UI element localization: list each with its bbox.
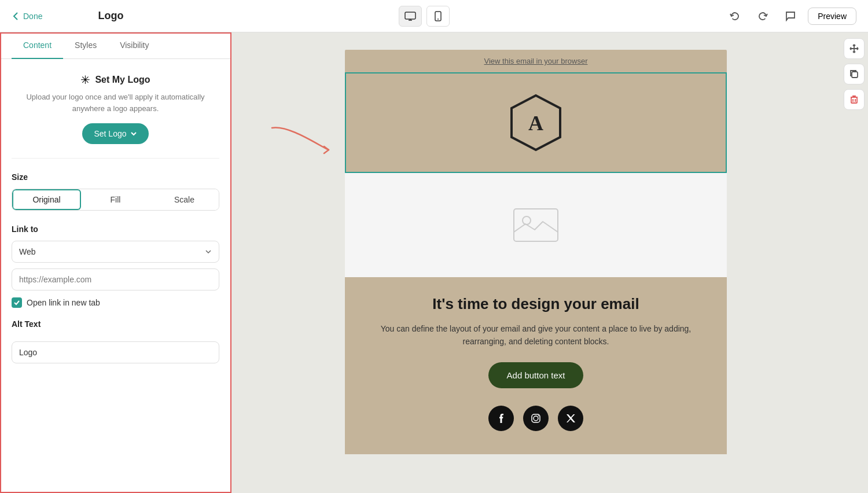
content-block: It's time to design your email You can d…: [345, 277, 727, 454]
size-fill[interactable]: Fill: [81, 189, 150, 210]
svg-text:A: A: [528, 112, 543, 135]
preview-button[interactable]: Preview: [808, 8, 856, 25]
set-logo-description: Upload your logo once and we'll apply it…: [12, 91, 219, 114]
set-logo-header: ✳ Set My Logo: [12, 73, 219, 87]
svg-point-10: [534, 416, 538, 421]
duplicate-tool-button[interactable]: [844, 64, 865, 84]
left-panel: Content Styles Visibility ✳ Set My Logo …: [0, 32, 231, 493]
back-button[interactable]: Done: [12, 12, 42, 21]
panel-content: ✳ Set My Logo Upload your logo once and …: [0, 59, 231, 493]
tab-styles[interactable]: Styles: [63, 32, 108, 59]
set-logo-button[interactable]: Set Logo: [82, 123, 148, 144]
svg-rect-7: [514, 209, 558, 241]
delete-tool-button[interactable]: [844, 89, 865, 110]
tab-content[interactable]: Content: [12, 32, 63, 59]
undo-button[interactable]: [724, 6, 745, 27]
main-layout: Content Styles Visibility ✳ Set My Logo …: [0, 32, 868, 493]
tab-visibility[interactable]: Visibility: [108, 32, 160, 59]
browser-link[interactable]: View this email in your browser: [484, 57, 588, 65]
image-placeholder-icon: [513, 208, 559, 242]
link-to-select[interactable]: Web: [12, 241, 219, 263]
alt-text-section: Alt Text: [12, 319, 219, 363]
open-new-tab-row: Open link in new tab: [12, 297, 219, 308]
topbar-right: Preview: [724, 6, 856, 27]
redo-button[interactable]: [752, 6, 773, 27]
x-twitter-icon[interactable]: [558, 406, 583, 431]
topbar-left: Done Logo: [12, 10, 123, 22]
move-tool-button[interactable]: [844, 38, 865, 59]
content-description: You can define the layout of your email …: [380, 322, 692, 348]
svg-point-8: [523, 216, 531, 225]
link-to-label: Link to: [12, 225, 219, 234]
topbar-logo: Logo: [98, 10, 123, 22]
facebook-icon[interactable]: [488, 406, 514, 431]
size-scale[interactable]: Scale: [150, 189, 219, 210]
back-label: Done: [23, 12, 42, 21]
image-placeholder-block[interactable]: [345, 173, 727, 277]
cta-button[interactable]: Add button text: [488, 362, 584, 388]
instagram-icon[interactable]: [523, 406, 549, 431]
sparkle-icon: ✳: [80, 73, 90, 87]
desktop-view-button[interactable]: [399, 6, 422, 27]
size-label: Size: [12, 172, 219, 182]
svg-rect-0: [405, 12, 415, 19]
svg-rect-13: [851, 97, 857, 103]
set-logo-title: Set My Logo: [95, 75, 150, 85]
alt-text-input[interactable]: [12, 341, 219, 363]
mobile-view-button[interactable]: [426, 6, 450, 27]
open-new-tab-checkbox[interactable]: [12, 297, 22, 308]
topbar: Done Logo Preview: [0, 0, 868, 32]
open-new-tab-label: Open link in new tab: [27, 298, 100, 307]
social-icons-row: [380, 406, 692, 431]
arrow-indicator: [266, 122, 336, 159]
svg-rect-12: [852, 72, 858, 78]
right-tools: [840, 32, 868, 493]
device-switcher: [399, 6, 450, 27]
size-section: Size Original Fill Scale: [12, 172, 219, 211]
logo-block[interactable]: A: [345, 72, 727, 173]
comments-button[interactable]: [780, 6, 801, 27]
link-to-section: Link to Web Open link in new tab: [12, 225, 219, 308]
size-original[interactable]: Original: [12, 189, 81, 210]
logo-hexagon: A: [504, 91, 568, 154]
url-input[interactable]: [12, 268, 219, 290]
set-logo-section: ✳ Set My Logo Upload your logo once and …: [12, 73, 219, 159]
panel-tabs: Content Styles Visibility: [0, 32, 231, 59]
content-title: It's time to design your email: [380, 295, 692, 314]
alt-text-label: Alt Text: [12, 319, 219, 329]
email-browser-link: View this email in your browser: [345, 50, 727, 72]
size-toggle: Original Fill Scale: [12, 189, 219, 211]
email-preview: View this email in your browser A It: [345, 50, 727, 454]
svg-point-11: [538, 415, 539, 416]
canvas-area: View this email in your browser A It: [231, 32, 840, 493]
